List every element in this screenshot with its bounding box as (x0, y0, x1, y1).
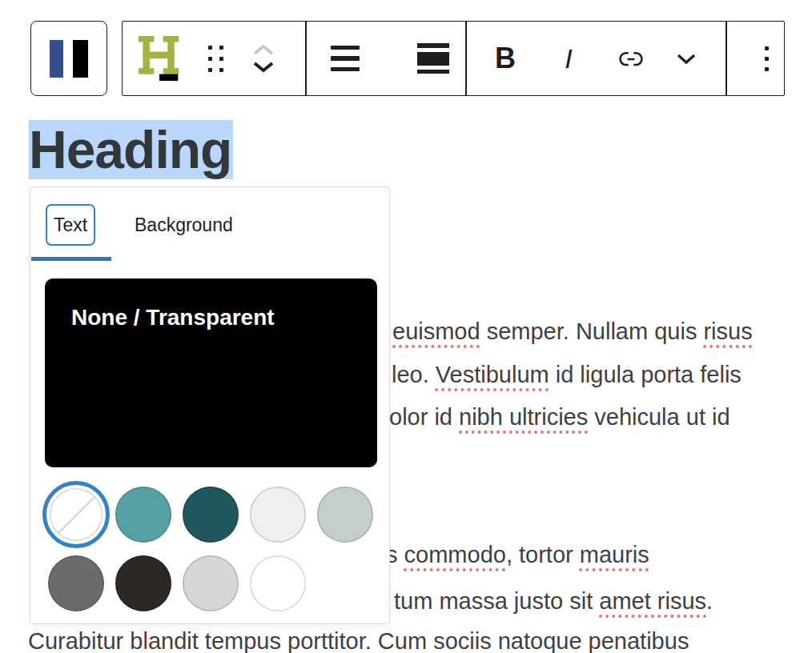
color-swatch[interactable] (183, 487, 239, 543)
none-diagonal-icon (50, 488, 103, 541)
text-segment: vehicula ut id (588, 404, 730, 430)
misspelled-word: nibh ultricies (459, 404, 588, 430)
text-segment: tempus (199, 628, 287, 653)
text-segment: . Cum (365, 628, 433, 653)
text-segment: semper. Nullam quis (480, 318, 704, 344)
paragraph-line[interactable]: s commodo, tortor mauris (386, 541, 649, 569)
paragraph-line[interactable]: tum massa justo sit amet risus. (394, 587, 713, 615)
tab-text[interactable]: Text (46, 204, 95, 246)
text-segment: . (706, 588, 713, 614)
color-swatch[interactable] (115, 555, 171, 611)
misspelled-word: penatibus (589, 628, 689, 653)
color-swatch[interactable] (250, 487, 306, 543)
none-transparent-label: None / Transparent (71, 305, 275, 331)
text-segment: tum massa justo sit (394, 588, 599, 614)
text-segment: natoque (492, 628, 589, 653)
color-swatch[interactable] (48, 555, 104, 611)
active-tab-indicator (31, 257, 111, 261)
misspelled-word: porttitor (287, 628, 365, 653)
paragraph-line[interactable]: Curabitur blandit tempus porttitor. Cum … (28, 627, 689, 653)
editor-canvas: euismod semper. Nullam quis risusleo. Ve… (0, 0, 812, 653)
misspelled-word: risus (703, 318, 752, 344)
misspelled-word: blandit (130, 628, 198, 653)
color-swatch[interactable] (115, 487, 171, 543)
paragraph-line[interactable]: euismod semper. Nullam quis risus (392, 318, 753, 346)
color-swatch[interactable] (317, 487, 373, 543)
misspelled-word: sociis (433, 628, 492, 653)
paragraph-line[interactable]: leo. Vestibulum id ligula porta felis (392, 361, 742, 389)
misspelled-word: mauris (580, 542, 649, 567)
text-segment: olor id (389, 404, 459, 430)
misspelled-word: Vestibulum (436, 362, 549, 387)
misspelled-word: commodo (404, 542, 506, 567)
misspelled-word: euismod (392, 318, 480, 344)
tab-background[interactable]: Background (133, 204, 235, 246)
paragraph-line[interactable]: olor id nibh ultricies vehicula ut id (389, 403, 730, 431)
color-picker-popover: Text Background None / Transparent (30, 186, 390, 624)
color-swatch[interactable] (183, 555, 239, 611)
color-swatch[interactable] (250, 555, 306, 611)
misspelled-word: amet risus (599, 588, 706, 614)
text-segment: leo. (392, 362, 436, 387)
color-swatch-none-selected[interactable] (42, 481, 110, 548)
none-transparent-swatch[interactable]: None / Transparent (45, 278, 377, 467)
text-segment: id ligula porta felis (549, 362, 742, 387)
text-segment: Curabitur (28, 628, 130, 653)
text-segment: , tortor (506, 542, 580, 567)
